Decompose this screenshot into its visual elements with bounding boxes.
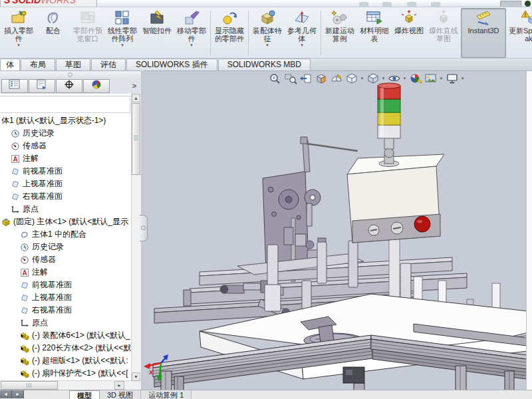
tab-sketch[interactable]: 草图 (56, 59, 90, 70)
help-icon[interactable] (525, 1, 531, 7)
tree-item[interactable]: 前视基准面 (0, 279, 132, 291)
panel-expand-arrow[interactable]: > (129, 82, 140, 90)
new-motion-study-button[interactable]: 新建运动算例 (323, 8, 357, 58)
smart-fasteners-button[interactable]: 智能扣件 (140, 8, 174, 58)
tree-item[interactable]: 原点 (0, 317, 132, 329)
dropdown-arrow-icon[interactable]: ▾ (380, 76, 386, 81)
tab-layout[interactable]: 布局 (21, 59, 55, 70)
show-hidden-components-button[interactable]: 显示隐藏的零部件 (212, 8, 247, 58)
dropdown-arrow-icon[interactable]: ▾ (190, 43, 193, 49)
quickbar-icon[interactable] (431, 2, 440, 7)
edit-appearance-icon[interactable] (408, 72, 423, 85)
feature-manager-tab[interactable] (1, 79, 28, 93)
prev-study-button[interactable]: ◄ (0, 390, 12, 398)
instant3d-button[interactable]: Instant3D (461, 8, 506, 58)
dropdown-arrow-icon[interactable]: ▾ (121, 43, 124, 49)
quickbar-icon[interactable] (359, 2, 368, 7)
ribbon-separator (248, 11, 249, 55)
tree-item[interactable]: 主体1 中的配合 (0, 228, 132, 241)
tree-item[interactable]: 上视基准面 (0, 291, 132, 304)
preview-icon (79, 9, 96, 27)
dropdown-arrow-icon[interactable]: ▾ (359, 76, 365, 81)
section-view-icon[interactable] (313, 72, 329, 85)
assembly-features-button[interactable]: 装配体特征▾ (250, 8, 285, 58)
task-pane-edge[interactable] (526, 70, 532, 390)
tree-item[interactable]: 前视基准面 (0, 165, 132, 178)
tree-item[interactable]: 右视基准面 (0, 304, 132, 317)
hide-show-items-icon[interactable] (386, 72, 402, 85)
tree-item[interactable]: (固定) 主体<1> (默认<默认_显示 (0, 215, 132, 228)
tree-item[interactable]: 传感器 (0, 253, 132, 266)
propmgr-icon (36, 79, 48, 92)
view-orientation-icon[interactable] (344, 72, 359, 85)
quickbar-icon[interactable] (407, 2, 416, 7)
dropdown-arrow-icon[interactable]: ▾ (301, 43, 303, 49)
zoom-to-area-icon[interactable] (283, 72, 298, 85)
configuration-manager-tab[interactable] (56, 79, 82, 93)
tree-item[interactable]: 原点 (0, 203, 132, 215)
panel-splitter-grip[interactable] (140, 215, 148, 241)
scroll-up-button[interactable]: ▲ (132, 94, 140, 102)
mate-button[interactable]: 配合 (36, 8, 70, 58)
plane-icon (20, 293, 29, 303)
scroll-right-button[interactable]: ► (114, 381, 124, 390)
property-manager-tab[interactable] (29, 79, 55, 93)
vertical-scroll-thumb[interactable] (132, 103, 140, 175)
reference-geometry-button[interactable]: 参考几何体▾ (285, 8, 319, 58)
options-toggle[interactable] (500, 1, 521, 7)
next-study-button[interactable]: ► (12, 390, 24, 398)
dropdown-arrow-icon[interactable]: ▾ (17, 43, 20, 49)
tree-item[interactable]: 历史记录 (0, 241, 132, 253)
insert-components-button[interactable]: 插入零部件▾ (1, 8, 36, 58)
apply-scene-icon[interactable] (423, 72, 438, 85)
display-manager-tab[interactable] (83, 79, 110, 93)
tab-assembly[interactable]: 体 (0, 59, 20, 70)
tree-item[interactable]: 传感器 (0, 140, 132, 152)
quickbar-icon[interactable] (382, 2, 392, 7)
bill-of-materials-button[interactable]: 材料明细表 (357, 8, 392, 58)
move-component-button[interactable]: 移动零部件▾ (174, 8, 209, 58)
update-speedpak-label: 更新Speedpak (508, 27, 532, 43)
scroll-down-button[interactable]: ▼ (132, 372, 140, 381)
panel-collapse-handle[interactable] (0, 70, 141, 77)
tree-item[interactable]: (-) 装配体6<1> (默认<默认_ (0, 329, 132, 342)
view-settings-icon[interactable] (444, 72, 460, 85)
dropdown-arrow-icon[interactable]: ▾ (266, 43, 269, 49)
menu-bar: SSOLIDWORKS (0, 0, 532, 7)
tree-item[interactable]: (-) 扇叶保护壳<1> (默认<<[ (0, 367, 132, 380)
dropdown-arrow-icon[interactable]: ▾ (460, 76, 466, 81)
tree-item[interactable]: 历史记录 (0, 127, 132, 140)
bottom-tab-2[interactable]: 运动算例 1 (141, 390, 192, 399)
tree-item[interactable]: A注解 (0, 152, 132, 165)
tab-evaluate[interactable]: 评估 (91, 59, 126, 70)
model-tabs-bar: ◄►模型3D 视图运动算例 1 (0, 390, 532, 399)
reference-geometry-label: 参考几何体 (287, 27, 317, 43)
exploded-view-button[interactable]: 爆炸视图 (392, 8, 426, 58)
explode-line-sketch-label: 爆炸直线草图 (428, 27, 459, 43)
linear-component-pattern-button[interactable]: 线性零部件阵列▾ (105, 8, 140, 58)
bottom-tab-0[interactable]: 模型 (69, 390, 100, 399)
tree-item[interactable]: (-) 220长方体<2> (默认<<默 (0, 342, 132, 354)
control-box (347, 154, 444, 243)
mates-icon (20, 230, 29, 239)
tree-item[interactable]: 体1 (默认<默认_显示状态-1>) (0, 114, 132, 127)
dropdown-arrow-icon[interactable]: ▾ (438, 76, 444, 81)
dropdown-arrow-icon[interactable]: ▾ (402, 76, 408, 81)
tab-solidworks-addins[interactable]: SOLIDWORKS 插件 (126, 59, 217, 70)
update-speedpak-button[interactable]: !更新Speedpak (506, 8, 532, 58)
bottom-tab-1[interactable]: 3D 视图 (100, 390, 141, 399)
showhide-icon (221, 9, 238, 27)
tree-item[interactable]: 上视基准面 (0, 178, 132, 190)
display-style-icon[interactable] (365, 72, 380, 85)
tab-solidworks-mbd[interactable]: SOLIDWORKS MBD (218, 59, 311, 70)
tree-horizontal-scrollbar[interactable]: ► (0, 380, 132, 390)
tree-item[interactable]: (-) 超细版<1> (默认<<默认: (0, 354, 132, 367)
tree-item[interactable]: A注解 (0, 266, 132, 279)
sketch-settings-icon[interactable] (329, 72, 344, 85)
tree-item-label: 上视基准面 (32, 292, 72, 303)
zoom-to-fit-icon[interactable] (267, 72, 283, 85)
horizontal-scroll-thumb[interactable] (1, 381, 58, 390)
viewport-3d[interactable]: ▾▾▾▾▾ (144, 70, 532, 390)
previous-view-icon[interactable] (298, 72, 313, 85)
tree-item[interactable]: 右视基准面 (0, 190, 132, 203)
